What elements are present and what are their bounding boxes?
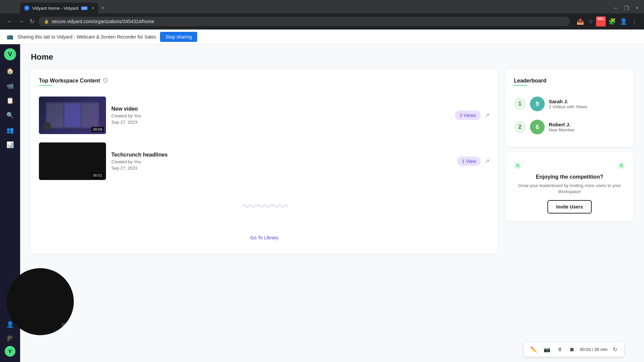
recording-time: 00:03 / 30 min: [580, 347, 607, 352]
tab-bar: V Vidyard Home - Vidyard HD × + ─ ❐ ×: [0, 0, 644, 13]
avatar-1: 9: [530, 97, 545, 111]
new-tab-button[interactable]: +: [98, 3, 107, 13]
reload-button[interactable]: ↻: [28, 16, 36, 26]
main-grid: Top Workspace Content ⓘ: [31, 70, 633, 254]
app-layout: V 🏠 📹 📋 🔍 👥 📊 👤 🎓 V Home Top Workspace C…: [0, 44, 644, 362]
share-button-2[interactable]: ↗: [485, 158, 490, 165]
video-info-2: Techcrunch headlines Created by You Sep …: [111, 152, 452, 171]
active-tab[interactable]: V Vidyard Home - Vidyard HD ×: [20, 3, 98, 13]
profile-icon[interactable]: 👤: [619, 16, 629, 26]
page-title: Home: [31, 52, 633, 62]
rank-badge-2: 2: [514, 121, 526, 133]
member-info-2: Robert J. New Member: [549, 122, 625, 132]
sidebar-item-reports[interactable]: 📊: [3, 138, 17, 152]
restore-button[interactable]: ❐: [622, 4, 632, 13]
leaderboard-item-1: 1 9 Sarah J. 2 Videos with Views: [514, 93, 625, 116]
video-duration-2: 00:51: [91, 173, 104, 178]
edit-recording-button[interactable]: ✏️: [529, 345, 538, 354]
webcam-expand-button[interactable]: ⤢: [62, 323, 71, 333]
top-workspace-card: Top Workspace Content ⓘ: [31, 70, 498, 254]
tab-title: Vidyard Home - Vidyard: [32, 6, 78, 11]
competition-card: ✳ ✳ Enjoying the competition? Grow your …: [506, 152, 633, 222]
sidebar-item-video[interactable]: 📹: [3, 79, 17, 93]
back-button[interactable]: ←: [5, 17, 14, 26]
recording-controls: ✏️ 📷 ⏸ ⏹ 00:03 / 30 min ↻: [524, 342, 624, 357]
sidebar-item-pages[interactable]: 📋: [3, 94, 17, 107]
member-info-1: Sarah J. 2 Videos with Views: [549, 99, 625, 109]
competition-icons: ✳ ✳: [514, 160, 625, 171]
address-text: secure.vidyard.com/organizations/3454324…: [52, 19, 154, 24]
video-item-2: 00:51 Techcrunch headlines Created by Yo…: [39, 138, 490, 184]
video-creator-1: Created by You: [111, 113, 449, 118]
video-date-1: Sep 27, 2023: [111, 120, 449, 125]
loading-spinner: 〰〰〰: [242, 198, 286, 216]
cast-icon[interactable]: 📤: [575, 16, 585, 26]
sidebar-item-team[interactable]: 👥: [3, 123, 17, 137]
avatar-2: 6: [530, 120, 545, 134]
rec-badge: REC: [596, 16, 606, 26]
browser-toolbar: 📤 ☆ REC 🧩 👤 ⋮: [575, 16, 639, 26]
extensions-icon[interactable]: 🧩: [607, 16, 617, 26]
forward-button[interactable]: →: [17, 17, 25, 26]
close-button[interactable]: ×: [633, 4, 641, 13]
top-workspace-title: Top Workspace Content ⓘ: [39, 78, 490, 84]
title-underline: [39, 85, 52, 86]
address-input[interactable]: 🔒 secure.vidyard.com/organizations/34543…: [39, 17, 570, 26]
views-badge-2: 1 View: [457, 157, 481, 166]
content-area: Home Top Workspace Content ⓘ: [20, 44, 644, 362]
sidebar-item-settings[interactable]: V: [3, 345, 17, 358]
more-options-button[interactable]: ↻: [611, 345, 619, 354]
info-icon[interactable]: ⓘ: [103, 78, 108, 84]
address-bar: ← → ↻ 🔒 secure.vidyard.com/organizations…: [0, 13, 644, 29]
sharing-banner: 📺 Sharing this tab to Vidyard - Webcam &…: [0, 29, 644, 44]
views-badge-1: 3 Views: [455, 111, 481, 120]
lock-icon: 🔒: [44, 19, 49, 24]
competition-description: Grow your leaderboard by inviting more u…: [514, 183, 625, 195]
stop-button[interactable]: ⏹: [568, 345, 576, 354]
menu-icon[interactable]: ⋮: [630, 16, 639, 26]
rank-badge-1: 1: [514, 98, 526, 110]
video-creator-2: Created by You: [111, 159, 452, 164]
competition-title: Enjoying the competition?: [514, 174, 625, 180]
competition-icon-right: ✳: [618, 160, 625, 171]
tab-favicon: V: [24, 5, 30, 11]
sharing-icon: 📺: [7, 34, 13, 40]
member-name-1: Sarah J.: [549, 99, 625, 104]
video-play-indicator: [43, 122, 51, 130]
video-actions-1: 3 Views ↗: [455, 111, 490, 120]
leaderboard-underline: [514, 85, 527, 86]
member-stat-1: 2 Videos with Views: [549, 104, 625, 109]
leaderboard-title: Leaderboard: [514, 78, 625, 84]
video-duration-1: 00:09: [91, 127, 104, 132]
pause-button[interactable]: ⏸: [556, 345, 564, 354]
leaderboard-item-2: 2 6 Robert J. New Member: [514, 116, 625, 139]
member-name-2: Robert J.: [549, 122, 625, 127]
member-stat-2: New Member: [549, 127, 625, 132]
video-date-2: Sep 27, 2023: [111, 166, 452, 171]
bookmark-icon[interactable]: ☆: [587, 16, 595, 26]
sidebar-item-home[interactable]: 🏠: [3, 64, 17, 78]
tab-close-button[interactable]: ×: [92, 5, 94, 11]
video-title-2[interactable]: Techcrunch headlines: [111, 152, 452, 158]
loading-area: 〰〰〰: [39, 184, 490, 230]
window-controls: ─ ❐ ×: [611, 4, 644, 13]
browser-chrome: V Vidyard Home - Vidyard HD × + ─ ❐ × ← …: [0, 0, 644, 44]
video-title-1[interactable]: New video: [111, 106, 449, 112]
camera-button[interactable]: 📷: [542, 345, 552, 354]
video-actions-2: 1 View ↗: [457, 157, 490, 166]
share-button-1[interactable]: ↗: [485, 112, 490, 119]
minimize-button[interactable]: ─: [611, 4, 620, 13]
invite-users-button[interactable]: Invite Users: [547, 200, 591, 214]
video-thumbnail-1[interactable]: 00:09: [39, 97, 106, 134]
video-info-1: New video Created by You Sep 27, 2023: [111, 106, 449, 125]
sidebar-item-learn[interactable]: 🎓: [3, 331, 17, 345]
leaderboard-card: Leaderboard 1 9 Sarah J.: [506, 70, 633, 147]
sidebar-logo: V: [4, 48, 16, 60]
right-panel: Leaderboard 1 9 Sarah J.: [506, 70, 633, 254]
go-to-library-link[interactable]: Go To Library: [39, 230, 490, 246]
sidebar-item-analytics[interactable]: 🔍: [3, 109, 17, 122]
stop-sharing-button[interactable]: Stop sharing: [160, 32, 197, 42]
video-thumbnail-2[interactable]: 00:51: [39, 142, 106, 180]
video-item: 00:09 New video Created by You Sep 27, 2…: [39, 93, 490, 138]
webcam-overlay: ⤢: [7, 268, 74, 335]
